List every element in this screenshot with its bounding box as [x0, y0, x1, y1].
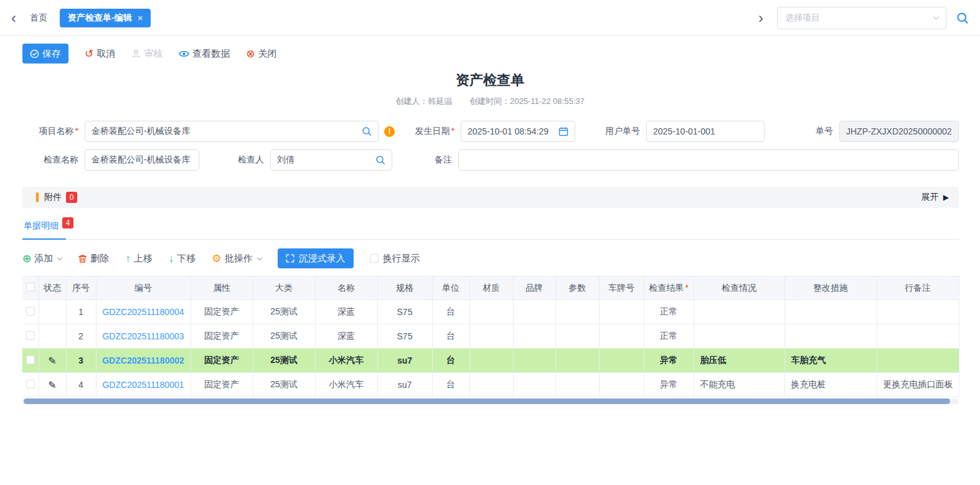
- move-up-button[interactable]: ↑ 上移: [125, 253, 153, 265]
- row-checkbox[interactable]: [26, 307, 35, 316]
- tab-asset-check-edit[interactable]: 资产检查单-编辑 ×: [60, 9, 151, 27]
- cell-attr: 固定资产: [191, 373, 253, 397]
- save-button[interactable]: 保存: [22, 44, 68, 64]
- cell-unit: 台: [432, 349, 469, 373]
- cell-brand: [513, 300, 555, 324]
- detail-tabs: 单据明细 4: [22, 219, 959, 240]
- horizontal-scrollbar[interactable]: [22, 398, 959, 404]
- check-name-input[interactable]: [92, 155, 192, 165]
- header-category: 大类: [253, 276, 315, 300]
- add-row-button[interactable]: ⊕ 添加: [22, 253, 62, 265]
- row-checkbox[interactable]: [26, 331, 35, 340]
- cell-select: [22, 373, 39, 397]
- created-time-label: 创建时间：: [469, 97, 510, 106]
- attachment-count-badge: 0: [66, 192, 77, 203]
- project-select[interactable]: 选择项目: [777, 7, 946, 29]
- user-no-input[interactable]: [653, 126, 758, 136]
- delete-row-button[interactable]: 删除: [78, 253, 109, 265]
- cell-code: GDZC202511180002: [96, 349, 191, 373]
- header-material: 材质: [469, 276, 513, 300]
- cell-situation: [694, 324, 784, 349]
- arrow-down-icon: ↓: [169, 253, 174, 264]
- project-name-input[interactable]: [92, 126, 358, 136]
- header-row-remark: 行备注: [877, 276, 959, 300]
- cell-select: [22, 300, 39, 324]
- checker-input[interactable]: [277, 155, 372, 165]
- arrow-up-icon: ↑: [125, 253, 131, 264]
- asset-code-link[interactable]: GDZC202511180001: [102, 380, 184, 390]
- cell-row-remark: 更换充电插口面板: [877, 373, 959, 397]
- cell-material: [469, 300, 513, 324]
- asset-code-link[interactable]: GDZC202511180002: [102, 356, 184, 365]
- table-row[interactable]: 2 GDZC202511180003 固定资产 25测试 深蓝 S75 台 正常: [22, 324, 959, 349]
- cell-row-remark: [877, 324, 959, 349]
- tab-detail-lines[interactable]: 单据明细 4: [22, 219, 75, 239]
- doc-no-input: [846, 126, 952, 136]
- row-checkbox[interactable]: [26, 380, 35, 388]
- cell-situation: 不能充电: [694, 373, 784, 397]
- view-data-button[interactable]: 查看数据: [179, 48, 230, 60]
- table-header-row: 状态 序号 编号 属性 大类 名称 规格 单位 材质 品牌 参数 车牌号 检查结…: [22, 276, 959, 300]
- attachment-expand-button[interactable]: 展开 ▶: [921, 192, 949, 203]
- calendar-icon[interactable]: [558, 126, 568, 136]
- close-label: 关闭: [258, 48, 277, 60]
- cell-category: 25测试: [253, 324, 315, 349]
- search-icon[interactable]: [375, 155, 385, 165]
- cell-material: [469, 349, 513, 373]
- header-status: 状态: [39, 276, 66, 300]
- project-select-placeholder: 选择项目: [785, 12, 934, 24]
- attachment-bar: 附件 0 展开 ▶: [22, 187, 959, 208]
- tab-close-icon[interactable]: ×: [138, 13, 143, 22]
- delete-label: 删除: [90, 253, 109, 265]
- edit-pencil-icon[interactable]: ✎: [48, 356, 56, 366]
- row-checkbox[interactable]: [26, 356, 35, 364]
- close-button[interactable]: ⊗ 关闭: [246, 48, 276, 60]
- cell-spec: su7: [377, 349, 432, 373]
- table-row[interactable]: 1 GDZC202511180004 固定资产 25测试 深蓝 S75 台 正常: [22, 300, 959, 324]
- grid-toolbar: ⊕ 添加 删除 ↑ 上移 ↓ 下移 ⚙ 批操作 沉浸式录入 换行显示: [22, 248, 959, 268]
- immersive-entry-button[interactable]: 沉浸式录入: [278, 248, 354, 268]
- tabs-forward-icon[interactable]: ›: [755, 11, 767, 26]
- header-attr: 属性: [191, 276, 253, 300]
- asset-code-link[interactable]: GDZC202511180004: [102, 307, 184, 317]
- occur-date-input[interactable]: [468, 126, 555, 136]
- cell-param: [555, 349, 599, 373]
- audit-button[interactable]: 审核: [131, 48, 163, 60]
- cancel-label: 取消: [97, 48, 115, 60]
- occur-date-label: 发生日期*: [407, 126, 461, 137]
- scrollbar-thumb[interactable]: [24, 398, 950, 404]
- cell-status: ✎: [39, 349, 66, 373]
- remark-input[interactable]: [465, 155, 952, 165]
- select-all-checkbox[interactable]: [26, 283, 35, 291]
- checkbox-icon[interactable]: [370, 254, 379, 263]
- tabs-back-icon[interactable]: ‹: [7, 11, 20, 26]
- move-down-button[interactable]: ↓ 下移: [169, 253, 196, 265]
- project-name-field: [85, 121, 379, 142]
- cell-situation: [694, 300, 784, 324]
- header-spec: 规格: [377, 276, 432, 300]
- table-row-selected[interactable]: ✎ 3 GDZC202511180002 固定资产 25测试 小米汽车 su7 …: [22, 349, 959, 373]
- cell-plate: [599, 349, 644, 373]
- cell-name: 深蓝: [315, 300, 377, 324]
- save-label: 保存: [42, 48, 61, 60]
- info-warning-icon[interactable]: !: [384, 126, 395, 137]
- move-up-label: 上移: [134, 253, 153, 265]
- search-icon[interactable]: [362, 126, 372, 136]
- cell-plate: [599, 373, 644, 397]
- asset-code-link[interactable]: GDZC202511180003: [102, 331, 184, 341]
- header-code: 编号: [96, 276, 191, 300]
- table-row[interactable]: ✎ 4 GDZC202511180001 固定资产 25测试 小米汽车 su7 …: [22, 373, 959, 397]
- cell-material: [469, 373, 513, 397]
- cell-result: 正常: [644, 300, 694, 324]
- batch-operation-button[interactable]: ⚙ 批操作: [212, 253, 261, 265]
- tab-home[interactable]: 首页: [30, 12, 47, 24]
- fullscreen-brackets-icon: [286, 254, 294, 263]
- doc-meta: 创建人：韩延温 创建时间：2025-11-22 08:55:37: [0, 96, 980, 107]
- move-down-label: 下移: [177, 253, 196, 265]
- cancel-button[interactable]: ↺ 取消: [85, 48, 115, 60]
- person-icon: [131, 49, 141, 59]
- wrap-display-checkbox[interactable]: 换行显示: [370, 253, 420, 265]
- global-search-icon[interactable]: [956, 12, 969, 24]
- cell-plate: [599, 300, 644, 324]
- edit-pencil-icon[interactable]: ✎: [48, 380, 56, 390]
